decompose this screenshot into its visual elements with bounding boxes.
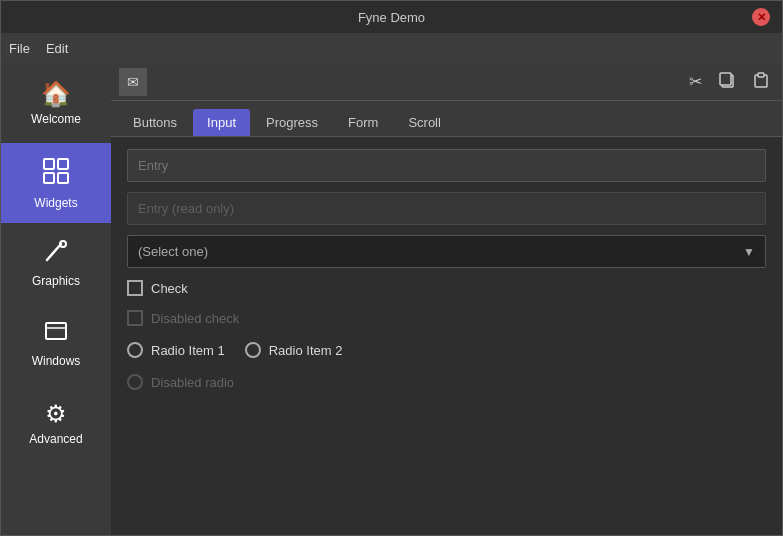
disabled-check-label: Disabled check <box>151 311 239 326</box>
paste-button[interactable] <box>748 69 774 95</box>
graphics-icon <box>43 238 69 270</box>
sidebar-welcome-label: Welcome <box>31 112 81 126</box>
home-icon: 🏠 <box>41 80 71 108</box>
tab-buttons[interactable]: Buttons <box>119 109 191 136</box>
check-item: Check <box>127 278 766 298</box>
svg-rect-2 <box>44 173 54 183</box>
svg-rect-0 <box>44 159 54 169</box>
window-title: Fyne Demo <box>31 10 752 25</box>
svg-line-4 <box>47 244 61 260</box>
sidebar-item-widgets[interactable]: Widgets <box>1 143 111 223</box>
title-bar: Fyne Demo ✕ <box>1 1 782 33</box>
sidebar-advanced-label: Advanced <box>29 432 82 446</box>
disabled-check-item: Disabled check <box>127 308 766 328</box>
radio-label-1: Radio Item 1 <box>151 343 225 358</box>
sidebar-widgets-label: Widgets <box>34 196 77 210</box>
toolbar-input[interactable] <box>153 74 677 89</box>
check-label: Check <box>151 281 188 296</box>
windows-icon <box>43 318 69 350</box>
radio-item-2[interactable]: Radio Item 2 <box>245 342 343 358</box>
tabs-bar: Buttons Input Progress Form Scroll <box>111 101 782 137</box>
tab-progress[interactable]: Progress <box>252 109 332 136</box>
toolbar-actions: ✂ <box>685 69 774 95</box>
main-panel: ✉ ✂ <box>111 63 782 535</box>
chevron-down-icon: ▼ <box>743 245 755 259</box>
select-dropdown[interactable]: (Select one) ▼ <box>127 235 766 268</box>
check-checkbox[interactable] <box>127 280 143 296</box>
toolbar-input-area: ✉ <box>119 68 677 96</box>
sidebar-item-graphics[interactable]: Graphics <box>1 223 111 303</box>
cut-button[interactable]: ✂ <box>685 70 706 93</box>
copy-button[interactable] <box>714 69 740 95</box>
sidebar-graphics-label: Graphics <box>32 274 80 288</box>
close-button[interactable]: ✕ <box>752 8 770 26</box>
radio-item-1[interactable]: Radio Item 1 <box>127 342 225 358</box>
content-area: 🏠 Welcome Widgets <box>1 63 782 535</box>
app-window: Fyne Demo ✕ File Edit 🏠 Welcome <box>0 0 783 536</box>
svg-rect-6 <box>46 323 66 339</box>
radio-circle-2 <box>245 342 261 358</box>
menu-edit[interactable]: Edit <box>46 41 68 56</box>
tab-scroll[interactable]: Scroll <box>394 109 455 136</box>
widgets-icon <box>42 157 70 192</box>
disabled-check-checkbox <box>127 310 143 326</box>
svg-rect-1 <box>58 159 68 169</box>
disabled-radio-circle <box>127 374 143 390</box>
sidebar-item-windows[interactable]: Windows <box>1 303 111 383</box>
svg-point-5 <box>60 241 66 247</box>
sidebar: 🏠 Welcome Widgets <box>1 63 111 535</box>
disabled-radio-item: Disabled radio <box>127 372 766 392</box>
entry-input[interactable] <box>127 149 766 182</box>
entry-readonly-input <box>127 192 766 225</box>
radio-circle-1 <box>127 342 143 358</box>
tab-input[interactable]: Input <box>193 109 250 136</box>
sidebar-item-advanced[interactable]: ⚙ Advanced <box>1 383 111 463</box>
toolbar: ✉ ✂ <box>111 63 782 101</box>
advanced-icon: ⚙ <box>45 400 67 428</box>
select-placeholder: (Select one) <box>138 244 208 259</box>
sidebar-windows-label: Windows <box>32 354 81 368</box>
svg-rect-3 <box>58 173 68 183</box>
mail-button[interactable]: ✉ <box>119 68 147 96</box>
radio-group: Radio Item 1 Radio Item 2 <box>127 338 766 362</box>
menu-file[interactable]: File <box>9 41 30 56</box>
radio-label-2: Radio Item 2 <box>269 343 343 358</box>
input-panel-content: (Select one) ▼ Check Disabled check <box>111 137 782 535</box>
sidebar-item-welcome[interactable]: 🏠 Welcome <box>1 63 111 143</box>
tab-form[interactable]: Form <box>334 109 392 136</box>
disabled-radio-label: Disabled radio <box>151 375 234 390</box>
svg-rect-11 <box>758 73 764 77</box>
svg-rect-9 <box>720 73 731 85</box>
menu-bar: File Edit <box>1 33 782 63</box>
